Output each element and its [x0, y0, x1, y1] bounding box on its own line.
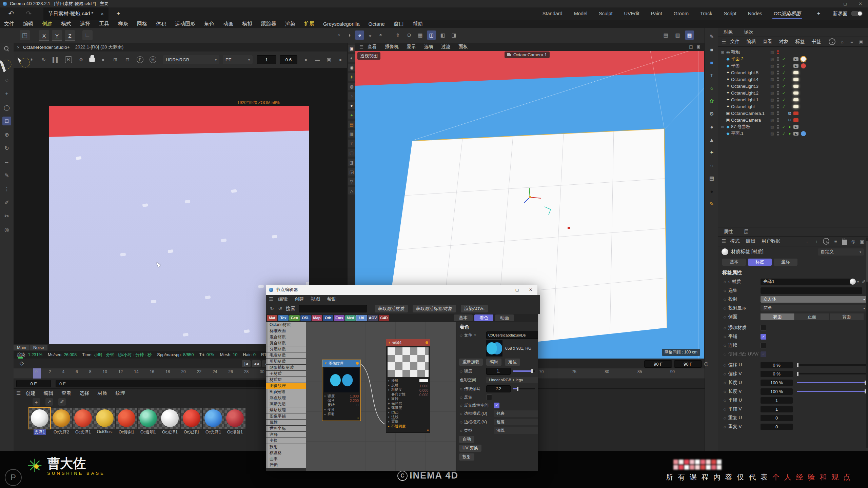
axis-center-icon[interactable]: ◎ — [2, 225, 11, 234]
collapse-triangle-icon[interactable]: ▼ — [324, 362, 327, 365]
value-slider[interactable] — [797, 391, 866, 392]
workspace-tab[interactable]: OC渲染界面 — [774, 11, 801, 17]
octane-viewer-tab[interactable]: × OctaneRender Studio+ 2022.1-[R8] (28 天… — [14, 43, 347, 52]
menu-item[interactable]: 扩展 — [304, 21, 314, 27]
object-tag[interactable] — [793, 111, 798, 115]
material-item[interactable]: Oc光泽1 — [181, 408, 202, 435]
node-editor-menu-item[interactable]: 创建 — [294, 296, 304, 302]
texture-action-button[interactable]: 定位 — [505, 359, 520, 366]
value-field[interactable]: 0 — [761, 424, 793, 430]
window-minimize-icon[interactable]: ─ — [497, 285, 510, 295]
restart-render-icon[interactable]: ↻ — [39, 55, 48, 64]
material-item[interactable]: OctGlos: — [94, 408, 115, 434]
mograph-icon[interactable]: ✿ — [708, 97, 716, 105]
object-name[interactable]: 平面 — [731, 63, 740, 69]
node-type-item[interactable]: 图像平铺 — [266, 413, 306, 419]
layer-toggle[interactable]: ▨ — [770, 104, 774, 109]
grid-snap-icon[interactable]: ▦ — [416, 30, 425, 40]
menu-item[interactable]: 体积 — [156, 21, 166, 27]
magnifier-icon[interactable]: ◌ — [708, 161, 716, 169]
material-swatch[interactable] — [801, 50, 806, 55]
pen-icon[interactable]: ✎ — [2, 171, 11, 180]
panel-icon[interactable]: ▣ — [859, 39, 864, 44]
node-category-tab[interactable]: C4D — [379, 315, 389, 321]
workspace-tab[interactable]: Sculpt — [599, 11, 612, 16]
minimize-button[interactable]: ─ — [822, 0, 837, 7]
object-tag[interactable] — [793, 105, 798, 108]
snap-up-icon[interactable]: ⇧ — [393, 30, 402, 40]
object-tag[interactable] — [793, 85, 798, 88]
attribute-manager-tab[interactable]: 属性 — [718, 228, 738, 236]
viewport-menu-item[interactable]: 选项 — [424, 44, 433, 50]
gamma-field[interactable]: 2.2 — [486, 385, 511, 392]
move-icon[interactable]: + — [2, 89, 11, 98]
object-manager-menu-item[interactable]: 编辑 — [746, 39, 756, 45]
samples-field[interactable]: 1 — [257, 55, 276, 64]
material-picker-icon[interactable]: M — [150, 56, 156, 63]
window-close-icon[interactable]: ✕ — [524, 285, 537, 295]
layout-icon-3[interactable]: ▦ — [685, 30, 694, 40]
material-swatch[interactable] — [801, 77, 806, 82]
node-category-tab[interactable]: Mat — [267, 315, 277, 321]
object-row[interactable]: ✦ OctaneLight.3 ▨ ✓ — [720, 83, 868, 89]
plane-left-icon[interactable]: ◧ — [438, 30, 447, 40]
value-slider[interactable] — [797, 364, 866, 366]
object-name[interactable]: OctaneLight — [731, 104, 755, 109]
enable-check[interactable]: ✓ — [781, 57, 787, 62]
material-menu-item[interactable]: 创建 — [25, 390, 35, 396]
environment-icon[interactable]: ◍ — [348, 83, 355, 90]
workplane-icon[interactable]: ◳ — [20, 30, 30, 40]
enable-check[interactable]: ✓ — [781, 63, 787, 68]
object-row[interactable]: ▣ OctaneCamera ▨ ⊡ — [720, 117, 868, 123]
extra-tag-icon[interactable]: ● — [787, 125, 792, 129]
material-swatch[interactable] — [801, 131, 806, 136]
material-swatch[interactable] — [801, 57, 806, 62]
output-port[interactable] — [426, 341, 428, 344]
layer-toggle[interactable]: ▨ — [770, 91, 774, 95]
material-swatch[interactable] — [801, 63, 806, 68]
panel-icon[interactable]: ▣ — [860, 239, 865, 244]
viewport-menu-item[interactable]: 过滤 — [441, 44, 451, 50]
node-panel-tab[interactable]: 着色 — [474, 314, 493, 321]
tri-up-icon[interactable]: △ — [348, 187, 355, 195]
visibility-dots[interactable] — [777, 125, 779, 129]
end-frame-field-2[interactable]: 90 F — [674, 360, 702, 368]
layer-toggle[interactable]: ▨ — [770, 64, 774, 68]
filter-icon[interactable]: ≡ — [833, 239, 838, 244]
material-thumb[interactable] — [850, 279, 856, 285]
document-tab[interactable]: 节日素材-鞭炮.c4d * × — [43, 7, 108, 20]
node-type-item[interactable]: 变换 — [266, 438, 306, 444]
enable-check[interactable]: ✓ — [781, 70, 787, 75]
power-field[interactable]: 1. — [486, 368, 511, 375]
value-field[interactable]: 1 — [761, 397, 793, 404]
workspace-tab[interactable]: Paint — [651, 11, 662, 16]
menu-item[interactable]: 样条 — [118, 21, 128, 27]
value-slider[interactable] — [797, 373, 866, 374]
value-field[interactable]: 0 % — [761, 371, 793, 377]
cone-icon[interactable]: ▲ — [708, 136, 716, 144]
node-param-row[interactable]: ●法线 — [386, 415, 430, 419]
lock-resolution-icon[interactable] — [89, 58, 95, 62]
burger-icon[interactable]: ☰ — [269, 296, 273, 302]
enable-check[interactable]: ✓ — [781, 90, 787, 96]
menu-item[interactable]: 工具 — [99, 21, 109, 27]
viewport-panel-icon[interactable]: ▣ — [695, 43, 702, 50]
visibility-dots[interactable] — [777, 84, 779, 88]
node-type-item[interactable]: 注释 — [266, 432, 306, 438]
viewer-pick-cursor-icon[interactable] — [18, 57, 22, 63]
object-manager-menu-item[interactable]: 文件 — [730, 39, 739, 45]
viewport-menu-item[interactable]: 显示 — [407, 44, 416, 50]
reset-icon[interactable]: R — [65, 56, 72, 63]
node-editor-menu-item[interactable]: 帮助 — [327, 296, 336, 302]
magnet-snap-icon[interactable]: Ω — [405, 30, 414, 40]
visibility-dots[interactable] — [777, 77, 779, 81]
object-tag[interactable] — [793, 71, 798, 74]
burger-icon[interactable]: ☰ — [16, 390, 21, 396]
attribute-menu-item[interactable]: 模式 — [730, 238, 739, 244]
subsample-icon[interactable]: ◉ — [348, 64, 355, 71]
attribute-menu-item[interactable]: 用户数据 — [761, 238, 780, 244]
info-ball-icon[interactable]: ● — [336, 55, 345, 64]
viewport-menu-item[interactable]: 面板 — [459, 44, 468, 50]
object-name[interactable]: OctaneLight.3 — [731, 84, 758, 89]
extra-tag-icon[interactable]: ⊡ — [787, 118, 792, 122]
